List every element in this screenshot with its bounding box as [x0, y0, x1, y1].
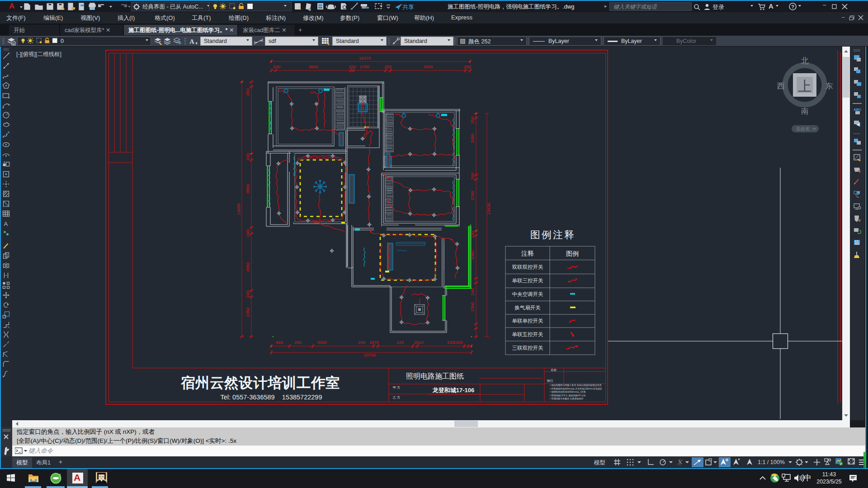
svg-text:250: 250: [384, 64, 392, 69]
svg-text:13680: 13680: [236, 203, 241, 215]
svg-text:中央空调开关: 中央空调开关: [512, 291, 543, 297]
svg-text:• 空调回路专线敷设 注意接地保护: • 空调回路专线敷设 注意接地保护: [550, 397, 584, 400]
svg-text:甲 方: 甲 方: [393, 385, 400, 389]
svg-text:单联五控开关: 单联五控开关: [512, 332, 543, 337]
svg-text:2350: 2350: [245, 307, 250, 317]
svg-text:宿州云然设计培训工作室: 宿州云然设计培训工作室: [180, 375, 340, 391]
svg-text:230: 230: [470, 231, 475, 238]
svg-text:A: A: [189, 38, 194, 45]
svg-text:13430: 13430: [486, 203, 491, 215]
svg-text:3950: 3950: [245, 184, 250, 193]
svg-text:?: ?: [791, 4, 794, 9]
svg-text:3940: 3940: [308, 64, 318, 69]
svg-text:单联三控开关: 单联三控开关: [512, 278, 543, 283]
svg-text:上: 上: [798, 79, 811, 94]
svg-text:0: 0: [61, 38, 64, 44]
svg-text:250: 250: [294, 340, 302, 345]
svg-text:10750: 10750: [364, 352, 376, 357]
svg-text:东: 东: [826, 82, 833, 90]
svg-text:1870: 1870: [369, 340, 378, 345]
svg-text:240: 240: [273, 64, 280, 69]
svg-text:图例: 图例: [566, 250, 579, 257]
svg-text:[-][俯视][二维线框]: [-][俯视][二维线框]: [16, 51, 61, 57]
svg-text:三联双控开关: 三联双控开关: [512, 345, 543, 351]
svg-text:双联双控开关: 双联双控开关: [512, 264, 543, 270]
svg-text:240: 240: [396, 340, 404, 345]
svg-text:注释: 注释: [521, 250, 534, 257]
svg-text:240: 240: [470, 288, 475, 296]
svg-text:• 强弱电线间距保持500mm以上距离: • 强弱电线间距保持500mm以上距离: [550, 390, 586, 394]
svg-text:• 所有插座距地300mm高 开关距地1300mm安装固定: • 所有插座距地300mm高 开关距地1300mm安装固定: [550, 387, 602, 390]
svg-text:240: 240: [358, 340, 365, 345]
svg-text:240: 240: [470, 173, 475, 180]
svg-text:A: A: [4, 221, 8, 227]
svg-text:3050: 3050: [470, 133, 475, 143]
svg-text:单联单控开关: 单联单控开关: [512, 318, 543, 324]
svg-text:• 照明回路2.5平方 插座回路4平方线: • 照明回路2.5平方 插座回路4平方线: [550, 394, 585, 397]
svg-text:1700: 1700: [359, 64, 369, 69]
svg-text:龙登和城17-106: 龙登和城17-106: [432, 387, 474, 394]
svg-text:2760: 2760: [470, 191, 475, 200]
svg-text:1200: 1200: [453, 340, 462, 345]
svg-text:换气扇开关: 换气扇开关: [514, 305, 541, 310]
svg-text:3940: 3940: [423, 64, 433, 69]
svg-text:乙 方: 乙 方: [393, 395, 400, 399]
svg-text:照明电路施工图纸: 照明电路施工图纸: [406, 372, 464, 380]
svg-text:150: 150: [349, 64, 356, 69]
svg-text:• 画此电图纸仅供施工参考 具体以现场实际情况为准: • 画此电图纸仅供施工参考 具体以现场实际情况为准: [550, 384, 602, 387]
svg-text:250: 250: [464, 64, 471, 69]
svg-text:1:1 / 100%: 1:1 / 100%: [758, 459, 785, 465]
svg-text:240: 240: [245, 291, 250, 298]
svg-text:名称: 名称: [551, 368, 557, 372]
svg-text:240: 240: [245, 153, 250, 160]
svg-text:3250: 3250: [317, 340, 326, 345]
svg-text:未命名: 未命名: [796, 126, 810, 131]
svg-text:2510: 2510: [414, 340, 423, 345]
svg-text:北: 北: [801, 56, 809, 65]
svg-text:2350: 2350: [470, 302, 475, 311]
svg-text:10470: 10470: [359, 56, 371, 61]
svg-text:西: 西: [777, 82, 785, 90]
svg-text:3060: 3060: [245, 262, 250, 272]
svg-text:250: 250: [245, 89, 250, 96]
svg-text:960: 960: [276, 340, 283, 345]
svg-text:Tel: 0557-3636589 153857222: Tel: 0557-3636589 15385722299: [221, 394, 322, 401]
svg-text:3060: 3060: [470, 250, 475, 260]
svg-text:250: 250: [470, 117, 475, 124]
svg-text:附注: 附注: [547, 379, 553, 383]
svg-text:图例注释: 图例注释: [530, 229, 576, 240]
svg-text:南: 南: [801, 107, 809, 116]
svg-text:240: 240: [245, 230, 250, 237]
svg-text:ABC: ABC: [854, 108, 862, 112]
